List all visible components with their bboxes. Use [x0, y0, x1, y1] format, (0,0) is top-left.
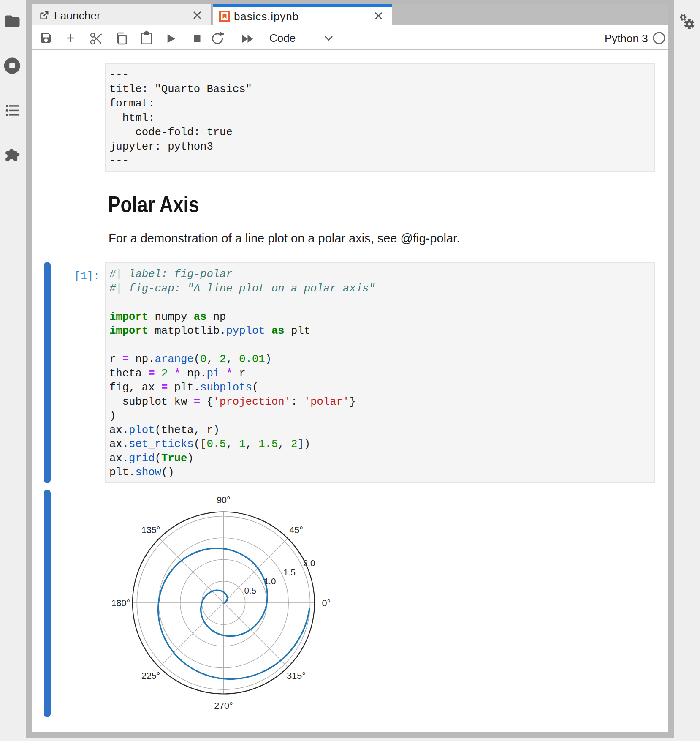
- svg-text:0°: 0°: [322, 598, 331, 608]
- svg-text:90°: 90°: [217, 495, 231, 505]
- svg-text:135°: 135°: [141, 525, 160, 535]
- svg-text:1.5: 1.5: [283, 567, 296, 577]
- svg-text:315°: 315°: [287, 671, 305, 681]
- svg-text:270°: 270°: [214, 701, 233, 711]
- svg-text:225°: 225°: [141, 671, 160, 681]
- svg-text:2.0: 2.0: [303, 558, 315, 568]
- svg-text:180°: 180°: [111, 598, 130, 608]
- svg-text:1.0: 1.0: [264, 576, 276, 586]
- svg-text:0.5: 0.5: [244, 586, 256, 595]
- svg-text:Code: Code: [269, 32, 296, 44]
- svg-text:Python 3: Python 3: [605, 32, 648, 45]
- svg-text:45°: 45°: [289, 525, 303, 535]
